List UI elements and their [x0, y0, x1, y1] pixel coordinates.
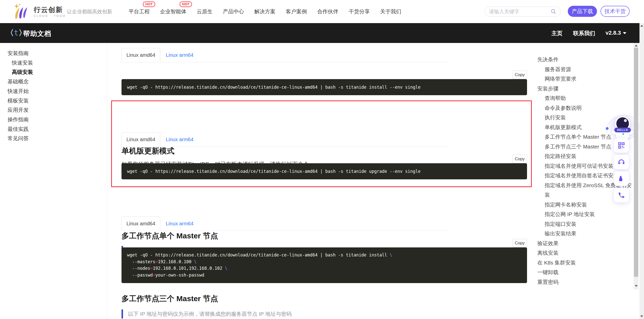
hot-badge: HOT [143, 2, 155, 7]
hello-badge: HELLO [614, 128, 631, 132]
sidebar-item[interactable]: 快速开始 [8, 86, 98, 96]
copy-button[interactable]: Copy [512, 239, 527, 247]
qr-code-icon [618, 142, 625, 149]
menu-item[interactable]: 云原生 [197, 8, 213, 15]
menu-item[interactable]: 合作伙伴 [317, 8, 338, 15]
toc-item[interactable]: 先决条件 [537, 55, 634, 65]
code-block: wget -qO - https://release.titanide.cn/d… [122, 247, 527, 283]
sidebar-item[interactable]: 高级安装 [8, 67, 98, 77]
doc-content: Linux amd64 Linux arm64 Copy wget -qO - … [122, 43, 527, 319]
chevron-down-icon [623, 32, 626, 34]
toc-item[interactable]: 查询帮助 [537, 93, 634, 103]
search-input[interactable]: 请输入关键字 [485, 7, 561, 17]
top-nav: 行云创新 CLOUD · TOGO 让企业都能高效创新 平台工程 HOT 企业智… [0, 0, 644, 23]
menu-item[interactable]: 产品中心 [223, 8, 244, 15]
qr-code-button[interactable] [614, 138, 629, 153]
divider [62, 8, 62, 16]
menu-item[interactable]: 平台工程 HOT [129, 8, 150, 15]
toc-item[interactable]: 验证效果 [537, 239, 634, 248]
menu-item[interactable]: 客户案例 [286, 8, 307, 15]
toc-item[interactable]: 输出安装结果 [537, 229, 634, 239]
scroll-up-arrow-icon[interactable] [635, 45, 638, 46]
tab-linux-arm64[interactable]: Linux arm64 [166, 132, 193, 146]
main-menu: 平台工程 HOT 企业智能体 HOT 云原生 产品中心 [129, 0, 401, 23]
company-name-en: CLOUD · TOGO [34, 14, 66, 17]
menu-item[interactable]: 干货分享 [349, 8, 370, 15]
search-icon[interactable] [550, 9, 556, 15]
qq-penguin-icon [618, 175, 625, 182]
section-heading-multi-three-master: 多工作节点三个 Master 节点 [122, 294, 218, 304]
tab-linux-amd64[interactable]: Linux amd64 [122, 132, 160, 146]
home-link[interactable]: 主页 [551, 30, 562, 37]
company-name: 行云创新 [34, 6, 66, 14]
scrollbar-thumb[interactable] [634, 48, 638, 277]
toc-item[interactable]: 服务器资源 [537, 65, 634, 74]
section-heading-multi-single-master: 多工作节点单个 Master 节点 [122, 231, 218, 241]
toc-item[interactable]: 在 K8s 集群安装 [537, 258, 634, 268]
version-selector[interactable]: v2.8.3 [606, 30, 626, 36]
sidebar-item[interactable]: 模板安装 [8, 96, 98, 105]
sidebar-item[interactable]: 操作指南 [8, 115, 98, 124]
toc-item[interactable]: 离线安装 [537, 248, 634, 258]
code-block: wget -qO - https://release.titanide.cn/d… [122, 79, 527, 95]
toc-item[interactable]: 重置密码 [537, 277, 634, 287]
headset-icon [618, 158, 625, 166]
tab-linux-amd64[interactable]: Linux amd64 [122, 217, 160, 231]
content-scrollbar[interactable] [634, 43, 638, 289]
doc-header-bar: 〈t〉 帮助文档 主页 联系我们 v2.8.3 [0, 23, 639, 43]
company-logo[interactable]: 行云创新 CLOUD · TOGO [12, 3, 66, 20]
menu-item[interactable]: 解决方案 [254, 8, 275, 15]
qq-contact-button[interactable] [614, 171, 629, 186]
sidebar-nav: 安装指南 快速安装 高级安装 基础概念 快速开始 模板安装 应用开发 操作指南 … [8, 48, 98, 143]
copy-button[interactable]: Copy [512, 155, 527, 163]
toc-item[interactable]: 一键卸载 [537, 268, 634, 277]
menu-item[interactable]: 企业智能体 HOT [160, 8, 186, 15]
toc-item[interactable]: 指定公网 IP 地址安装 [537, 209, 634, 219]
doc-title: 帮助文档 [23, 29, 51, 38]
customer-service-button[interactable] [614, 155, 629, 169]
tab-linux-arm64[interactable]: Linux arm64 [166, 48, 193, 62]
arch-tabs: Linux amd64 Linux arm64 [122, 217, 448, 231]
scroll-down-arrow-icon[interactable] [635, 285, 638, 287]
code-block: wget -qO - https://release.titanide.cn/d… [122, 163, 527, 179]
phone-contact-button[interactable] [614, 188, 629, 202]
divider [107, 43, 107, 319]
toc-item[interactable]: 网络带宽要求 [537, 74, 634, 84]
sidebar-item[interactable]: 最佳实践 [8, 124, 98, 134]
section-heading-single-upgrade: 单机版更新模式 [122, 146, 174, 156]
floating-action-column [614, 138, 629, 204]
page: 行云创新 CLOUD · TOGO 让企业都能高效创新 平台工程 HOT 企业智… [0, 0, 644, 319]
decorative-dot [606, 127, 609, 130]
copy-button[interactable]: Copy [512, 71, 527, 79]
hot-badge: HOT [180, 2, 192, 7]
scroll-up-arrow-icon[interactable] [640, 25, 643, 27]
company-tagline: 让企业都能高效创新 [67, 0, 112, 23]
sidebar-item[interactable]: 应用开发 [8, 105, 98, 115]
search-placeholder: 请输入关键字 [489, 8, 550, 15]
company-logo-icon [12, 3, 31, 20]
page-scrollbar[interactable] [639, 23, 644, 319]
scroll-down-arrow-icon[interactable] [640, 315, 643, 317]
phone-icon [618, 192, 625, 199]
product-download-button[interactable]: 产品下载 [568, 6, 597, 17]
sidebar-item[interactable]: 基础概念 [8, 77, 98, 86]
contact-link[interactable]: 联系我们 [573, 30, 595, 37]
toc-item[interactable]: 指定端口安装 [537, 219, 634, 229]
note-blockquote: 以下 IP 地址与密码仅为示例，请替换成您的服务器节点 IP 地址与密码 [122, 309, 292, 318]
tab-linux-arm64[interactable]: Linux arm64 [166, 217, 193, 231]
menu-item[interactable]: 关于我们 [380, 8, 401, 15]
sidebar-item[interactable]: 快速安装 [8, 58, 98, 68]
sidebar-item[interactable]: 常见问答 [8, 134, 98, 143]
toc-item[interactable]: 安装步骤 [537, 84, 634, 94]
tech-articles-button[interactable]: 技术干货 [600, 6, 630, 17]
tab-linux-amd64[interactable]: Linux amd64 [122, 48, 160, 62]
toc-item[interactable]: 命令及参数说明 [537, 103, 634, 113]
arch-tabs: Linux amd64 Linux arm64 [122, 132, 448, 147]
arch-tabs: Linux amd64 Linux arm64 [122, 48, 448, 62]
sidebar-item[interactable]: 安装指南 [8, 48, 98, 58]
